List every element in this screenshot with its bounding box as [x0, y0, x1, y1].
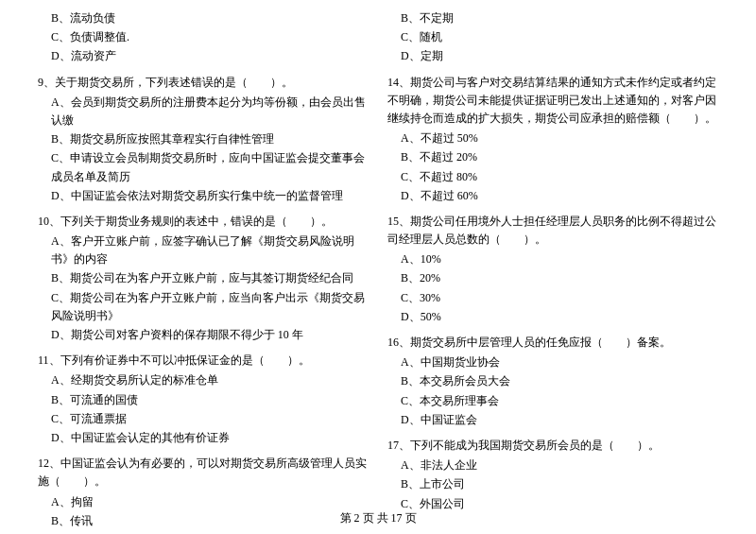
left-column: B、流动负债 C、负债调整值. D、流动资产 9、关于期货交易所，下列表述错误的…	[38, 9, 369, 534]
q9-title: 9、关于期货交易所，下列表述错误的是（ ）。	[38, 74, 369, 92]
q11-option-b: B、可流通的国债	[38, 391, 369, 409]
q17-option-a: A、非法人企业	[387, 456, 718, 474]
prev-options-right-block: B、不定期 C、随机 D、定期	[387, 9, 718, 66]
q16-option-c: C、本交易所理事会	[387, 392, 718, 410]
q14-option-b: B、不超过 20%	[387, 148, 718, 166]
q15-option-c: C、30%	[387, 289, 718, 307]
q14-title: 14、期货公司与客户对交易结算结果的通知方式未作约定或者约定不明确，期货公司未能…	[387, 74, 718, 129]
q10-option-b: B、期货公司在为客户开立账户前，应与其签订期货经纪合同	[38, 269, 369, 287]
q11-option-a: A、经期货交易所认定的标准仓单	[38, 371, 369, 389]
q14-option-d: D、不超过 60%	[387, 187, 718, 205]
option-c-fuzhai: C、负债调整值.	[38, 28, 369, 46]
q11-option-d: D、中国证监会认定的其他有价证券	[38, 429, 369, 447]
question-16: 16、期货交易所中层管理人员的任免应报（ ）备案。 A、中国期货业协会 B、本交…	[387, 334, 718, 429]
q9-option-c: C、申请设立会员制期货交易所时，应向中国证监会提交董事会成员名单及简历	[38, 149, 369, 185]
q16-title: 16、期货交易所中层管理人员的任免应报（ ）备案。	[387, 334, 718, 352]
prev-options-block: B、流动负债 C、负债调整值. D、流动资产	[38, 9, 369, 66]
q17-title: 17、下列不能成为我国期货交易所会员的是（ ）。	[387, 437, 718, 455]
q15-option-b: B、20%	[387, 269, 718, 287]
question-10: 10、下列关于期货业务规则的表述中，错误的是（ ）。 A、客户开立账户前，应签字…	[38, 213, 369, 344]
question-15: 15、期货公司任用境外人士担任经理层人员职务的比例不得超过公司经理层人员总数的（…	[387, 213, 718, 326]
q10-option-c: C、期货公司在为客户开立账户前，应当向客户出示《期货交易风险说明书》	[38, 289, 369, 325]
q10-option-d: D、期货公司对客户资料的保存期限不得少于 10 年	[38, 326, 369, 344]
page-footer: 第 2 页 共 17 页	[0, 510, 756, 526]
q9-option-d: D、中国证监会依法对期货交易所实行集中统一的监督管理	[38, 187, 369, 205]
q10-option-a: A、客户开立账户前，应签字确认已了解《期货交易风险说明书》的内容	[38, 233, 369, 268]
q11-option-c: C、可流通票据	[38, 410, 369, 428]
content: B、流动负债 C、负债调整值. D、流动资产 9、关于期货交易所，下列表述错误的…	[38, 9, 718, 534]
option-d-liudong-zichan: D、流动资产	[38, 47, 369, 65]
option-b-budinqi: B、不定期	[387, 9, 718, 27]
q9-option-b: B、期货交易所应按照其章程实行自律性管理	[38, 130, 369, 148]
q16-option-b: B、本交易所会员大会	[387, 372, 718, 390]
option-d-dinqi: D、定期	[387, 47, 718, 65]
q12-option-a: A、拘留	[38, 493, 369, 511]
q16-option-d: D、中国证监会	[387, 411, 718, 429]
q15-option-a: A、10%	[387, 250, 718, 268]
option-b-liudong-fuzhai: B、流动负债	[38, 9, 369, 27]
right-column: B、不定期 C、随机 D、定期 14、期货公司与客户对交易结算结果的通知方式未作…	[387, 9, 718, 534]
question-14: 14、期货公司与客户对交易结算结果的通知方式未作约定或者约定不明确，期货公司未能…	[387, 74, 718, 205]
option-c-suiji: C、随机	[387, 28, 718, 46]
question-17: 17、下列不能成为我国期货交易所会员的是（ ）。 A、非法人企业 B、上市公司 …	[387, 437, 718, 513]
q10-title: 10、下列关于期货业务规则的表述中，错误的是（ ）。	[38, 213, 369, 231]
q9-option-a: A、会员到期货交易所的注册费本起分为均等份额，由会员出售认缴	[38, 94, 369, 129]
q17-option-b: B、上市公司	[387, 475, 718, 493]
q15-title: 15、期货公司任用境外人士担任经理层人员职务的比例不得超过公司经理层人员总数的（…	[387, 213, 718, 249]
q16-option-a: A、中国期货业协会	[387, 353, 718, 371]
q12-title: 12、中国证监会认为有必要的，可以对期货交易所高级管理人员实施（ ）。	[38, 455, 369, 491]
q11-title: 11、下列有价证券中不可以冲抵保证金的是（ ）。	[38, 352, 369, 370]
question-9: 9、关于期货交易所，下列表述错误的是（ ）。 A、会员到期货交易所的注册费本起分…	[38, 74, 369, 205]
q14-option-c: C、不超过 80%	[387, 168, 718, 186]
question-11: 11、下列有价证券中不可以冲抵保证金的是（ ）。 A、经期货交易所认定的标准仓单…	[38, 352, 369, 447]
q15-option-d: D、50%	[387, 308, 718, 326]
page: B、流动负债 C、负债调整值. D、流动资产 9、关于期货交易所，下列表述错误的…	[0, 0, 756, 534]
q14-option-a: A、不超过 50%	[387, 129, 718, 147]
